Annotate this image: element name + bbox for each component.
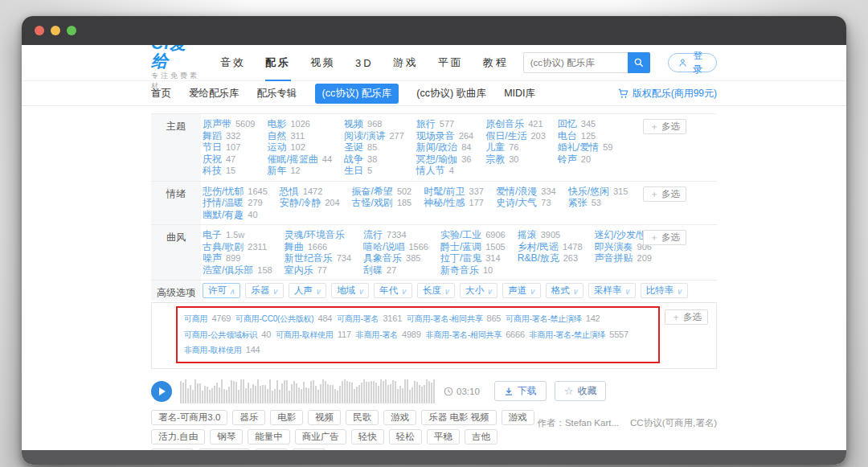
advanced-filter-dropdown[interactable]: 年代 <box>374 283 411 298</box>
main-nav-item[interactable]: 3D <box>355 46 374 80</box>
tag-chip[interactable]: 民歌 <box>346 410 379 425</box>
main-nav-item[interactable]: 平面 <box>438 45 464 81</box>
subnav-item[interactable]: MIDI库 <box>504 87 535 100</box>
filter-item[interactable]: 振奋/希望502 <box>352 186 412 198</box>
waveform[interactable] <box>180 379 436 404</box>
filter-item[interactable]: 旅行577 <box>416 118 473 130</box>
license-item[interactable]: 可商用-署名-相同共享865 <box>407 313 501 326</box>
tag-chip[interactable]: 钢琴 <box>210 429 243 444</box>
filter-item[interactable]: 具象音乐385 <box>363 252 428 264</box>
main-nav-item[interactable]: 配乐 <box>265 45 291 81</box>
tag-chip[interactable]: 平稳 <box>427 429 460 444</box>
tag-chip[interactable]: 器乐 <box>232 410 265 425</box>
filter-item[interactable]: 自然311 <box>267 130 332 142</box>
filter-item[interactable]: 爱情/浪漫334 <box>496 186 556 198</box>
filter-item[interactable]: 科技15 <box>203 165 255 177</box>
filter-item[interactable]: 电台125 <box>558 130 613 142</box>
license-item[interactable]: 非商用-署名-相同共享6666 <box>426 329 525 342</box>
filter-item[interactable]: 新年12 <box>267 165 332 177</box>
subnav-item[interactable]: 配乐专辑 <box>257 87 297 100</box>
license-item[interactable]: 可商用-署名-禁止演绎142 <box>506 313 600 326</box>
advanced-filter-dropdown[interactable]: 大小 <box>460 283 497 298</box>
filter-item[interactable]: 现场录音264 <box>416 130 473 142</box>
tag-chip[interactable]: 署名-可商用3.0 <box>151 410 227 425</box>
minimize-window-button[interactable] <box>51 26 60 35</box>
tag-chip[interactable]: 轻快 <box>351 429 384 444</box>
advanced-filter-dropdown[interactable]: 乐器 <box>245 283 283 298</box>
filter-item[interactable]: 原创音乐421 <box>485 118 546 130</box>
filter-item[interactable]: 情人节4 <box>416 165 473 177</box>
tag-chip[interactable]: 剧情片 <box>151 449 194 451</box>
tag-chip[interactable]: 氛围配乐 <box>199 449 250 451</box>
subnav-item[interactable]: 首页 <box>151 87 171 100</box>
tag-chip[interactable]: 乐器 电影 视频 <box>421 410 496 425</box>
filter-item[interactable]: 铃声20 <box>558 154 613 166</box>
filter-item[interactable]: 儿童76 <box>485 141 546 154</box>
filter-item[interactable]: 运动102 <box>267 141 332 154</box>
filter-item[interactable]: 庆祝47 <box>203 154 255 166</box>
advanced-filter-dropdown[interactable]: 人声 <box>289 283 326 298</box>
filter-item[interactable]: 电子1.5w <box>203 229 272 241</box>
advanced-filter-dropdown[interactable]: 采样率 <box>588 283 636 298</box>
filter-item[interactable]: 阅读/演讲277 <box>344 130 404 142</box>
filter-item[interactable]: 室内乐77 <box>285 264 351 277</box>
filter-item[interactable]: 新奇音乐10 <box>440 264 506 277</box>
filter-item[interactable]: 拉丁/雷鬼314 <box>440 252 506 264</box>
multi-select-button[interactable]: 多选 <box>643 119 686 134</box>
filter-item[interactable]: 快乐/悠闲315 <box>568 186 628 198</box>
filter-item[interactable]: R&B/放克263 <box>518 252 583 264</box>
login-button[interactable]: 登录 <box>668 53 717 72</box>
tag-chip[interactable]: 循环 <box>255 449 288 451</box>
main-nav-item[interactable]: 教程 <box>483 45 509 81</box>
advanced-filter-dropdown[interactable]: 地域 <box>331 283 369 298</box>
filter-item[interactable]: 灵魂/环境音乐 <box>285 229 351 241</box>
subnav-item[interactable]: (cc协议) 配乐库 <box>315 84 399 104</box>
tag-chip[interactable]: 视频 <box>308 410 341 425</box>
filter-item[interactable]: 原声带5609 <box>203 118 255 130</box>
tag-chip[interactable]: 轻松 <box>389 429 422 444</box>
multi-select-button[interactable]: 多选 <box>665 309 708 325</box>
filter-item[interactable]: 乡村/民谣1478 <box>518 241 583 253</box>
multi-select-button[interactable]: 多选 <box>643 186 686 202</box>
filter-item[interactable]: 摇滚3905 <box>518 229 583 241</box>
filter-item[interactable]: 恐惧1472 <box>280 186 340 198</box>
multi-select-button[interactable]: 多选 <box>643 230 686 245</box>
license-item[interactable]: 非商用-署名-禁止演绎5557 <box>530 329 628 342</box>
filter-item[interactable]: 幽默/有趣40 <box>203 209 268 221</box>
license-item[interactable]: 可商用-署名3161 <box>337 313 402 326</box>
filter-item[interactable]: 生日5 <box>344 165 404 177</box>
advanced-filter-dropdown[interactable]: 许可 <box>203 283 240 298</box>
advanced-filter-dropdown[interactable]: 格式 <box>546 283 583 298</box>
filter-item[interactable]: 时髦/前卫337 <box>424 186 484 198</box>
tag-chip[interactable]: 商业广告 <box>295 429 346 444</box>
filter-item[interactable]: 神秘/性感177 <box>424 197 484 209</box>
filter-item[interactable]: 噪声899 <box>203 252 272 264</box>
filter-item[interactable]: 爵士/蓝调1505 <box>440 241 506 253</box>
filter-item[interactable]: 嘻哈/说唱1566 <box>363 241 428 253</box>
tag-chip[interactable]: 游戏 <box>383 410 416 425</box>
tag-chip[interactable]: 电影 <box>270 410 303 425</box>
license-item[interactable]: 可商用-CC0(公共版权)484 <box>235 313 332 326</box>
search-input[interactable] <box>523 52 628 73</box>
search-button[interactable] <box>628 52 650 73</box>
filter-item[interactable]: 电影1026 <box>267 118 332 130</box>
filter-item[interactable]: 回忆345 <box>558 118 613 130</box>
filter-item[interactable]: 流行7334 <box>363 229 428 241</box>
filter-item[interactable]: 刮碟27 <box>363 264 428 277</box>
filter-item[interactable]: 圣诞85 <box>344 141 404 154</box>
filter-item[interactable]: 假日/生活203 <box>485 130 546 142</box>
subnav-item[interactable]: (cc协议) 歌曲库 <box>416 87 486 100</box>
advanced-filter-dropdown[interactable]: 声道 <box>502 283 540 298</box>
filter-item[interactable]: 宗教30 <box>485 154 546 166</box>
filter-item[interactable]: 舞蹈332 <box>203 130 255 142</box>
filter-item[interactable]: 新世纪音乐734 <box>285 252 351 264</box>
filter-item[interactable]: 安静/冷静204 <box>280 197 340 209</box>
advanced-filter-dropdown[interactable]: 比特率 <box>641 283 688 298</box>
favorite-button[interactable]: ☆ 收藏 <box>555 381 607 401</box>
license-item[interactable]: 可商用4769 <box>184 313 231 326</box>
filter-item[interactable]: 浩室/俱乐部158 <box>203 264 272 277</box>
tag-chip[interactable]: 快乐 <box>293 449 326 451</box>
filter-item[interactable]: 新闻/政治84 <box>416 141 473 154</box>
filter-item[interactable]: 声音拼贴209 <box>595 252 662 264</box>
play-button[interactable] <box>151 381 172 402</box>
